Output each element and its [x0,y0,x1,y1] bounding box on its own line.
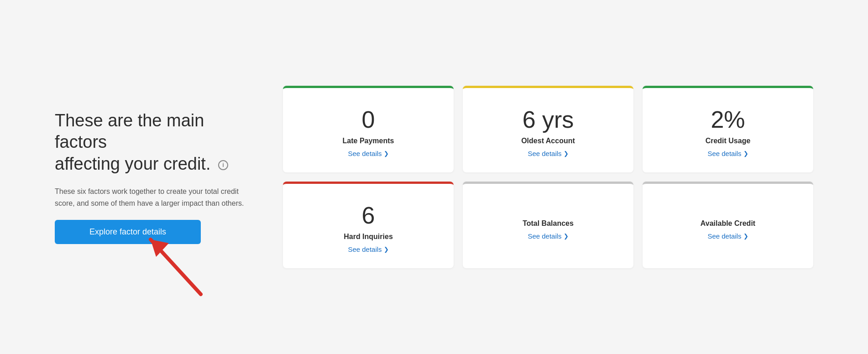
see-details-total-balances[interactable]: See details ❯ [528,232,568,240]
see-details-credit-usage[interactable]: See details ❯ [707,150,748,157]
info-icon[interactable]: i [218,160,228,170]
explore-button[interactable]: Explore factor details [55,220,201,244]
main-heading: These are the main factors affecting you… [55,110,246,175]
factor-label-late-payments: Late Payments [343,137,394,145]
see-details-label-available-credit: See details [707,232,741,240]
svg-line-0 [151,239,201,294]
chevron-right-icon-oldest-account: ❯ [564,150,569,157]
see-details-label-oldest-account: See details [528,150,561,157]
see-details-available-credit[interactable]: See details ❯ [707,232,748,240]
chevron-right-icon-credit-usage: ❯ [743,150,748,157]
factor-value-hard-inquiries: 6 [362,203,375,229]
main-container: These are the main factors affecting you… [0,0,868,354]
factor-label-hard-inquiries: Hard Inquiries [344,233,393,241]
chevron-right-icon-hard-inquiries: ❯ [384,246,389,253]
factor-card-oldest-account: 6 yrsOldest AccountSee details ❯ [463,86,633,172]
chevron-right-icon-available-credit: ❯ [743,233,748,239]
see-details-label-credit-usage: See details [707,150,741,157]
factor-card-total-balances: Total BalancesSee details ❯ [463,182,633,268]
see-details-label-hard-inquiries: See details [348,245,382,253]
factor-label-credit-usage: Credit Usage [706,137,751,145]
heading-line1: These are the main factors [55,111,204,152]
factor-card-available-credit: Available CreditSee details ❯ [643,182,813,268]
heading-line2: affecting your credit. [55,154,210,173]
see-details-hard-inquiries[interactable]: See details ❯ [348,245,388,253]
factor-label-oldest-account: Oldest Account [521,137,575,145]
factor-value-late-payments: 0 [362,107,375,133]
factor-card-late-payments: 0Late PaymentsSee details ❯ [283,86,454,172]
left-panel: These are the main factors affecting you… [55,110,246,245]
see-details-label-total-balances: See details [528,232,561,240]
factor-card-credit-usage: 2%Credit UsageSee details ❯ [643,86,813,172]
see-details-label-late-payments: See details [348,150,382,157]
chevron-right-icon-late-payments: ❯ [384,150,389,157]
factor-value-credit-usage: 2% [711,107,745,133]
chevron-right-icon-total-balances: ❯ [564,233,569,239]
factor-card-hard-inquiries: 6Hard InquiriesSee details ❯ [283,182,454,268]
description-text: These six factors work together to creat… [55,186,246,209]
factor-value-oldest-account: 6 yrs [523,107,574,133]
see-details-late-payments[interactable]: See details ❯ [348,150,388,157]
factor-label-available-credit: Available Credit [701,219,755,228]
factor-label-total-balances: Total Balances [523,219,574,228]
cards-grid: 0Late PaymentsSee details ❯6 yrsOldest A… [283,86,813,268]
see-details-oldest-account[interactable]: See details ❯ [528,150,568,157]
